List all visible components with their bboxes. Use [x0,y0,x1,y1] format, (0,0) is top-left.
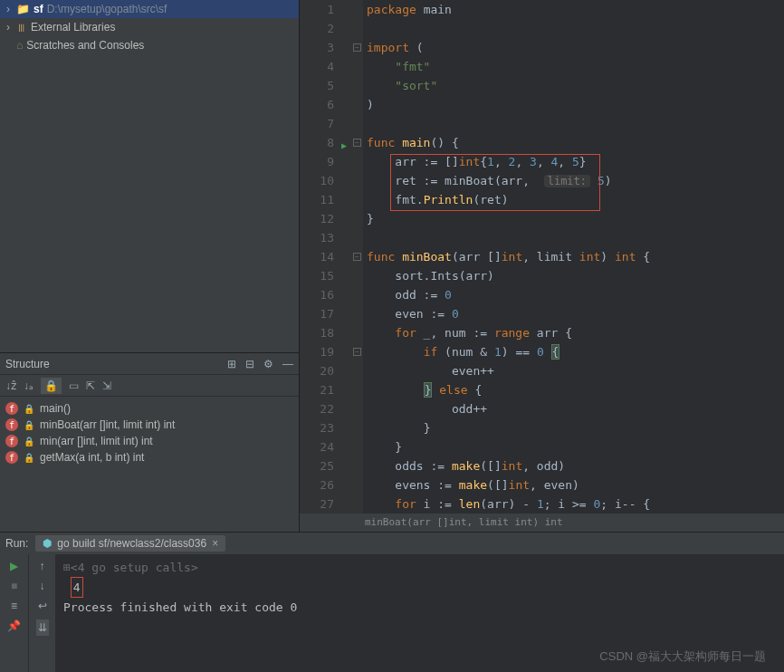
structure-item-label: getMax(a int, b int) int [40,451,144,464]
fold-icon[interactable]: − [353,43,361,52]
structure-toolbar: ↓ẑ ↓ₐ 🔒 ▭ ⇱ ⇲ [0,375,299,397]
tree-label: External Libraries [31,21,115,34]
console-output: 4 [71,577,83,598]
up-icon[interactable]: ↑ [40,560,45,572]
console-exit-line: Process finished with exit code 0 [63,598,777,617]
folding-icon[interactable]: ⊞ [63,561,71,574]
tree-root-sf[interactable]: › 📁 sf D:\mysetup\gopath\src\sf [0,0,299,18]
run-toolbar-inner: ↑ ↓ ↩ ⇊ [29,554,56,672]
collapse-all-icon[interactable]: ⊟ [245,358,254,370]
console-setup-line: <4 go setup calls> [71,561,198,574]
pin-icon[interactable]: 📌 [7,619,21,632]
down-icon[interactable]: ↓ [40,580,45,592]
function-icon: f [5,418,18,431]
gutter[interactable]: 123 456 789 101112 131415 161718 192021 … [300,0,339,514]
layout-icon[interactable]: ≡ [11,600,17,612]
structure-item-label: main() [40,402,71,415]
expand-icon[interactable]: › [4,3,13,15]
breadcrumb[interactable]: minBoat(arr []int, limit int) int [300,514,784,532]
fold-column: − − − − [352,0,363,514]
editor[interactable]: 123 456 789 101112 131415 161718 192021 … [300,0,784,532]
close-icon[interactable]: × [212,537,218,550]
function-icon: f [5,451,18,464]
lock-icon: 🔒 [24,420,34,430]
rerun-icon[interactable]: ▶ [10,560,18,572]
lock-icon: 🔒 [24,404,34,414]
fold-icon[interactable]: − [353,253,361,261]
structure-item-getmax[interactable]: f 🔒 getMax(a int, b int) int [2,449,297,466]
project-path: D:\mysetup\gopath\src\sf [47,3,167,15]
expand-all-icon[interactable]: ⊞ [227,358,236,370]
sort-alpha-icon[interactable]: ↓ẑ [5,379,16,392]
folder-icon: 📁 [16,3,30,15]
gutter-icons: ▶ [339,0,352,514]
project-name: sf [33,3,43,15]
lock-icon: 🔒 [24,437,34,446]
minimize-icon[interactable]: — [282,358,293,370]
filter-icon[interactable]: 🔒 [41,378,62,394]
structure-list: f 🔒 main() f 🔒 minBoat(arr []int, limit … [0,397,299,469]
settings-icon[interactable]: ⚙ [263,358,273,370]
run-tab-label: go build sf/newclass2/class036 [57,537,206,550]
run-panel-header: Run: ⬢ go build sf/newclass2/class036 × [0,532,784,554]
structure-header: Structure ⊞ ⊟ ⚙ — [0,353,299,375]
sort-visibility-icon[interactable]: ↓ₐ [24,379,33,392]
scratches-icon: ⌂ [16,39,23,52]
run-label: Run: [5,537,28,550]
structure-title: Structure [5,358,50,370]
run-gutter-icon[interactable]: ▶ [341,136,347,155]
function-icon: f [5,402,18,415]
stop-icon[interactable]: ■ [11,580,17,592]
folder-icon[interactable]: ▭ [69,379,79,392]
fold-icon[interactable]: − [353,348,361,356]
structure-item-min[interactable]: f 🔒 min(arr []int, limit int) int [2,433,297,449]
fold-icon[interactable]: − [353,139,361,147]
expand-icon[interactable]: › [4,21,13,34]
autoscroll-to-icon[interactable]: ⇱ [86,379,95,392]
structure-item-minboat[interactable]: f 🔒 minBoat(arr []int, limit int) int [2,417,297,433]
structure-item-label: min(arr []int, limit int) int [40,435,153,447]
go-icon: ⬢ [43,537,52,550]
lock-icon: 🔒 [24,453,34,463]
structure-item-label: minBoat(arr []int, limit int) int [40,418,175,431]
code-area[interactable]: package main import ( "fmt" "sort" ) fun… [363,0,784,514]
project-tree[interactable]: › 📁 sf D:\mysetup\gopath\src\sf › ⫼ Exte… [0,0,299,353]
wrap-icon[interactable]: ↩ [38,600,47,612]
function-icon: f [5,435,18,447]
structure-panel: Structure ⊞ ⊟ ⚙ — ↓ẑ ↓ₐ 🔒 ▭ ⇱ ⇲ f 🔒 [0,353,299,532]
scroll-icon[interactable]: ⇊ [36,619,49,636]
left-panel: › 📁 sf D:\mysetup\gopath\src\sf › ⫼ Exte… [0,0,300,532]
library-icon: ⫼ [16,21,27,34]
autoscroll-from-icon[interactable]: ⇲ [102,379,111,392]
tree-label: Scratches and Consoles [26,39,144,52]
structure-item-main[interactable]: f 🔒 main() [2,400,297,417]
run-tab[interactable]: ⬢ go build sf/newclass2/class036 × [35,535,225,552]
watermark: CSDN @福大大架构师每日一题 [599,648,766,665]
tree-item-scratches[interactable]: ⌂ Scratches and Consoles [0,36,299,54]
run-toolbar-left: ▶ ■ ≡ 📌 [0,554,29,672]
tree-item-external-libs[interactable]: › ⫼ External Libraries [0,18,299,36]
